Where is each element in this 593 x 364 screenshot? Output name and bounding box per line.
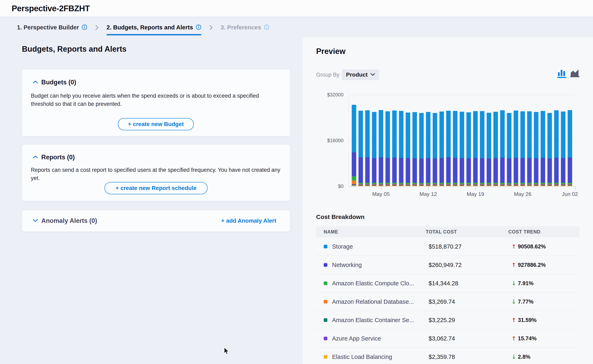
- chevron-right-icon: [95, 24, 99, 31]
- bar-segment: [372, 112, 376, 158]
- bar-segment: [534, 158, 538, 183]
- stacked-bar[interactable]: [561, 111, 565, 186]
- stacked-bar[interactable]: [520, 111, 525, 186]
- tab-perspective-builder[interactable]: 1. Perspective Builder: [17, 18, 87, 37]
- stacked-bar[interactable]: [547, 113, 552, 186]
- add-anomaly-alert-link[interactable]: + add Anomaly Alert: [221, 210, 276, 231]
- row-total-cost: $14,344.28: [429, 274, 458, 292]
- bar-segment: [554, 186, 559, 186]
- wizard-tabbar: 1. Perspective Builder 2. Budgets, Repor…: [0, 18, 593, 37]
- column-header-total-cost: TOTAL COST: [426, 229, 457, 235]
- table-row[interactable]: Amazon Elastic Compute Clo...$14,344.28↓…: [316, 274, 579, 292]
- bar-segment: [399, 111, 403, 158]
- tab-budgets-reports-alerts[interactable]: 2. Budgets, Reports and Alerts: [107, 18, 201, 37]
- trend-up-arrow-icon: ↑: [511, 317, 516, 324]
- stacked-bar[interactable]: [386, 111, 390, 186]
- create-budget-button[interactable]: + create new Budget: [118, 118, 194, 130]
- x-axis-tick-label: Jun 02: [556, 191, 584, 197]
- budgets-title: Budgets (0): [41, 79, 76, 86]
- tab-preferences[interactable]: 3. Preferences: [221, 18, 269, 37]
- create-report-button[interactable]: + create new Report schedule: [105, 182, 207, 194]
- bar-segment: [406, 113, 410, 158]
- chevron-up-icon[interactable]: [33, 80, 38, 84]
- stacked-bar[interactable]: [372, 112, 376, 186]
- bar-segment: [453, 111, 457, 158]
- stacked-bar[interactable]: [480, 111, 484, 186]
- stacked-bar[interactable]: [514, 110, 518, 186]
- table-row[interactable]: Amazon Relational Database...$3,269.74↓7…: [316, 292, 579, 311]
- stacked-bar[interactable]: [359, 111, 363, 186]
- info-icon[interactable]: [196, 24, 201, 31]
- stacked-bar[interactable]: [399, 111, 403, 186]
- stacked-bar[interactable]: [568, 110, 572, 186]
- table-row[interactable]: Networking$260,949.72↑927886.2%: [316, 256, 579, 274]
- trend-value: 90508.62%: [518, 243, 546, 250]
- bar-segment: [554, 158, 559, 183]
- bar-segment: [466, 112, 471, 158]
- trend-value: 7.91%: [518, 280, 533, 286]
- stacked-bar[interactable]: [453, 111, 457, 186]
- stacked-bar[interactable]: [493, 112, 498, 186]
- table-row[interactable]: Storage$518,870.27↑90508.62%: [316, 237, 579, 256]
- stacked-bar[interactable]: [365, 110, 370, 186]
- stacked-bar[interactable]: [440, 111, 444, 186]
- stacked-bar[interactable]: [379, 110, 383, 186]
- window-header: Perspective-2FBZHT: [0, 0, 593, 17]
- bar-segment: [453, 186, 457, 186]
- chevron-up-icon[interactable]: [33, 156, 38, 159]
- bar-segment: [386, 111, 390, 158]
- row-name: Amazon Relational Database...: [332, 292, 414, 311]
- chevron-down-icon[interactable]: [33, 219, 38, 223]
- series-color-swatch: [323, 336, 328, 341]
- stacked-bar[interactable]: [527, 111, 532, 186]
- bar-segment: [440, 158, 444, 183]
- trend-value: 31.59%: [518, 317, 537, 323]
- stacked-bar[interactable]: [413, 112, 417, 186]
- stacked-bar[interactable]: [487, 113, 491, 186]
- trend-down-arrow-icon: ↓: [511, 354, 516, 360]
- bar-segment: [352, 181, 356, 184]
- column-header-cost-trend: COST TREND: [508, 229, 541, 235]
- bar-segment: [527, 111, 532, 158]
- stacked-bar[interactable]: [433, 113, 437, 186]
- bar-segment: [561, 158, 565, 183]
- bar-segment: [487, 186, 491, 186]
- stacked-bar[interactable]: [426, 112, 430, 186]
- stacked-bar[interactable]: [500, 110, 505, 186]
- info-icon[interactable]: [264, 24, 269, 31]
- stacked-bar[interactable]: [392, 110, 397, 186]
- bar-segment: [379, 186, 383, 186]
- stacked-bar[interactable]: [541, 111, 545, 186]
- table-row[interactable]: Amazon Elastic Container Se...$3,225.29↑…: [316, 311, 579, 329]
- bar-segment: [413, 112, 417, 158]
- row-total-cost: $260,949.72: [429, 256, 461, 274]
- bar-segment: [426, 158, 430, 183]
- stacked-bar[interactable]: [534, 112, 538, 186]
- stacked-bar[interactable]: [554, 110, 559, 186]
- bar-segment: [493, 158, 498, 183]
- stacked-bar[interactable]: [460, 112, 464, 186]
- row-name: Azure App Service: [332, 329, 381, 348]
- stacked-bar[interactable]: [507, 113, 511, 186]
- bar-segment: [487, 113, 491, 158]
- bar-segment: [386, 186, 390, 186]
- bar-segment: [426, 186, 430, 186]
- stacked-bar[interactable]: [446, 111, 451, 186]
- info-icon[interactable]: [82, 24, 87, 31]
- table-row[interactable]: Azure App Service$3,062.74↑15.74%: [316, 329, 579, 348]
- table-row[interactable]: Elastic Load Balancing$2,359.78↓2.8%: [316, 348, 579, 364]
- stacked-bar[interactable]: [406, 113, 410, 186]
- row-name: Elastic Load Balancing: [332, 348, 392, 364]
- x-axis-tick: [523, 187, 523, 190]
- y-axis-tick-label: $0: [311, 183, 344, 189]
- bar-segment: [554, 110, 559, 158]
- bar-segment: [426, 112, 430, 158]
- stacked-bar[interactable]: [466, 112, 471, 186]
- bar-segment: [372, 186, 376, 186]
- bar-segment: [480, 111, 484, 158]
- stacked-bar[interactable]: [419, 113, 424, 186]
- bar-segment: [466, 186, 471, 186]
- stacked-bar[interactable]: [473, 111, 478, 186]
- bar-segment: [534, 186, 538, 186]
- stacked-bar[interactable]: [352, 105, 356, 186]
